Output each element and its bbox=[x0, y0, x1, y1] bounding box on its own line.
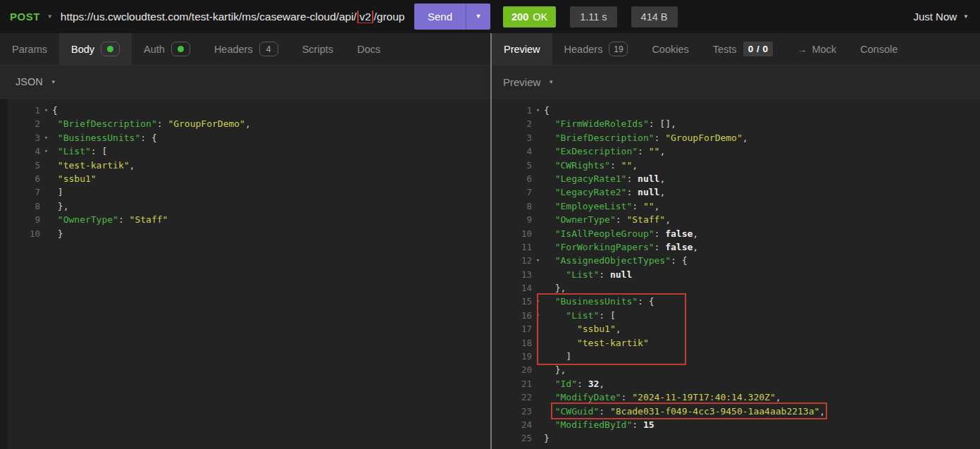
code-text: }, bbox=[544, 281, 980, 295]
fold-gutter bbox=[532, 213, 544, 226]
tab-params[interactable]: Params bbox=[0, 33, 59, 65]
code-text: ] bbox=[544, 350, 980, 363]
code-text: "CWRights": "", bbox=[544, 159, 980, 172]
fold-gutter bbox=[40, 185, 52, 199]
tab-console[interactable]: Console bbox=[848, 33, 910, 65]
send-options-chevron-icon[interactable]: ▼ bbox=[466, 4, 490, 30]
tab-label: Params bbox=[12, 44, 47, 55]
line-number: 19 bbox=[492, 350, 532, 363]
tab-cookies[interactable]: Cookies bbox=[640, 33, 700, 65]
fold-gutter bbox=[40, 213, 52, 226]
code-text: "ForWorkingPapers": false, bbox=[544, 240, 980, 254]
code-text: "CWGuid": "8cade031-f049-4cc3-9450-1aa4a… bbox=[544, 405, 980, 418]
tab-auth[interactable]: Auth bbox=[132, 33, 202, 65]
line-number: 17 bbox=[492, 322, 532, 336]
code-text: "ModifyDate": "2024-11-19T17:40:14.320Z"… bbox=[544, 390, 980, 404]
green-dot-icon bbox=[107, 46, 113, 52]
tab-label: Tests bbox=[713, 44, 737, 55]
response-tabs: Preview Headers 19 Cookies Tests 0 / 0 →… bbox=[492, 33, 980, 66]
code-line: 17 "ssbu1", bbox=[492, 322, 980, 336]
response-panel: Preview Headers 19 Cookies Tests 0 / 0 →… bbox=[492, 33, 980, 449]
request-bar-left: POST ▼ https://us.cwcloudtest.com/test-k… bbox=[0, 0, 490, 33]
code-text: } bbox=[544, 431, 980, 445]
response-summary-bar: 200OK 1.11 s 414 B Just Now ▼ bbox=[490, 0, 980, 33]
code-line: 4▾ "List": [ bbox=[0, 144, 490, 158]
code-text: "List": [ bbox=[52, 144, 490, 158]
chevron-down-icon: ▼ bbox=[51, 79, 56, 85]
line-number: 7 bbox=[492, 185, 532, 199]
code-text: "test-kartik" bbox=[544, 336, 980, 350]
code-text: { bbox=[52, 104, 490, 117]
fold-gutter bbox=[532, 227, 544, 240]
fold-gutter bbox=[40, 227, 52, 240]
line-number: 2 bbox=[492, 117, 532, 130]
fold-arrow-icon[interactable]: ▾ bbox=[532, 104, 544, 117]
response-preview-editor[interactable]: 1▾{2 "FirmWideRoleIds": [],3 "BriefDescr… bbox=[492, 99, 980, 449]
code-text: "AssignedObjectTypes": { bbox=[544, 254, 980, 267]
url-input[interactable]: https://us.cwcloudtest.com/test-kartik/m… bbox=[61, 11, 414, 23]
fold-gutter bbox=[532, 418, 544, 431]
line-number: 25 bbox=[492, 431, 532, 445]
line-number: 6 bbox=[0, 172, 40, 185]
auth-status-badge bbox=[171, 42, 190, 56]
code-line: 7 ] bbox=[0, 185, 490, 199]
url-text-after: /group bbox=[374, 11, 405, 23]
method-select[interactable]: POST bbox=[10, 11, 40, 23]
request-bar: POST ▼ https://us.cwcloudtest.com/test-k… bbox=[0, 0, 980, 33]
line-number: 6 bbox=[492, 172, 532, 185]
code-text: "ModifiedById": 15 bbox=[544, 418, 980, 431]
tab-tests[interactable]: Tests 0 / 0 bbox=[701, 33, 786, 65]
send-button-label: Send bbox=[414, 4, 466, 30]
line-number: 3 bbox=[0, 131, 40, 144]
fold-gutter bbox=[532, 172, 544, 185]
api-client-window: POST ▼ https://us.cwcloudtest.com/test-k… bbox=[0, 0, 980, 449]
code-text: }, bbox=[544, 363, 980, 376]
tab-mock[interactable]: → Mock bbox=[785, 33, 848, 65]
code-text: "test-kartik", bbox=[52, 159, 490, 172]
code-line: 25} bbox=[492, 431, 980, 445]
line-number: 3 bbox=[492, 131, 532, 144]
code-line: 10 "IsAllPeopleGroup": false, bbox=[492, 227, 980, 240]
code-line: 2 "BriefDescription": "GroupForDemo", bbox=[0, 117, 490, 130]
chevron-down-icon: ▼ bbox=[548, 79, 554, 85]
fold-arrow-icon[interactable]: ▾ bbox=[40, 144, 52, 158]
fold-arrow-icon[interactable]: ▾ bbox=[532, 254, 544, 267]
tab-preview[interactable]: Preview bbox=[492, 33, 552, 65]
request-body-editor[interactable]: 1▾{2 "BriefDescription": "GroupForDemo",… bbox=[0, 99, 490, 449]
tab-docs[interactable]: Docs bbox=[345, 33, 392, 65]
code-line: 5 "test-kartik", bbox=[0, 159, 490, 172]
body-type-dropdown[interactable]: JSON ▼ bbox=[0, 66, 490, 99]
fold-arrow-icon[interactable]: ▾ bbox=[532, 295, 544, 308]
status-code: 200 bbox=[511, 11, 528, 23]
code-line: 19 ] bbox=[492, 350, 980, 363]
fold-arrow-icon[interactable]: ▾ bbox=[40, 131, 52, 144]
line-number: 5 bbox=[0, 159, 40, 172]
tab-body[interactable]: Body bbox=[59, 33, 132, 65]
preview-mode-dropdown[interactable]: Preview ▼ bbox=[492, 66, 980, 99]
response-time-badge: 1.11 s bbox=[570, 6, 616, 27]
chevron-down-icon[interactable]: ▼ bbox=[47, 13, 53, 20]
fold-arrow-icon[interactable]: ▾ bbox=[40, 104, 52, 117]
tab-response-headers[interactable]: Headers 19 bbox=[552, 33, 640, 65]
code-text: "BusinessUnits": { bbox=[544, 295, 980, 308]
tab-label: Preview bbox=[504, 44, 540, 55]
tab-scripts[interactable]: Scripts bbox=[290, 33, 345, 65]
line-number: 2 bbox=[0, 117, 40, 130]
tab-label: Auth bbox=[144, 44, 165, 55]
code-line: 11 "ForWorkingPapers": false, bbox=[492, 240, 980, 254]
send-button[interactable]: Send ▼ bbox=[414, 4, 490, 30]
response-headers-count-badge: 19 bbox=[609, 42, 628, 56]
code-line: 18 "test-kartik" bbox=[492, 336, 980, 350]
history-dropdown[interactable]: Just Now ▼ bbox=[913, 11, 969, 23]
line-number: 4 bbox=[0, 144, 40, 158]
tab-headers[interactable]: Headers 4 bbox=[202, 33, 290, 65]
url-annotation-box: v2 bbox=[357, 11, 373, 23]
fold-gutter bbox=[532, 240, 544, 254]
code-text: "ssbu1", bbox=[544, 322, 980, 336]
fold-gutter bbox=[532, 199, 544, 213]
fold-arrow-icon[interactable]: ▾ bbox=[532, 309, 544, 322]
tab-label: Headers bbox=[214, 44, 253, 55]
tab-label: Cookies bbox=[652, 44, 688, 55]
line-number: 7 bbox=[0, 185, 40, 199]
line-number: 9 bbox=[492, 213, 532, 226]
